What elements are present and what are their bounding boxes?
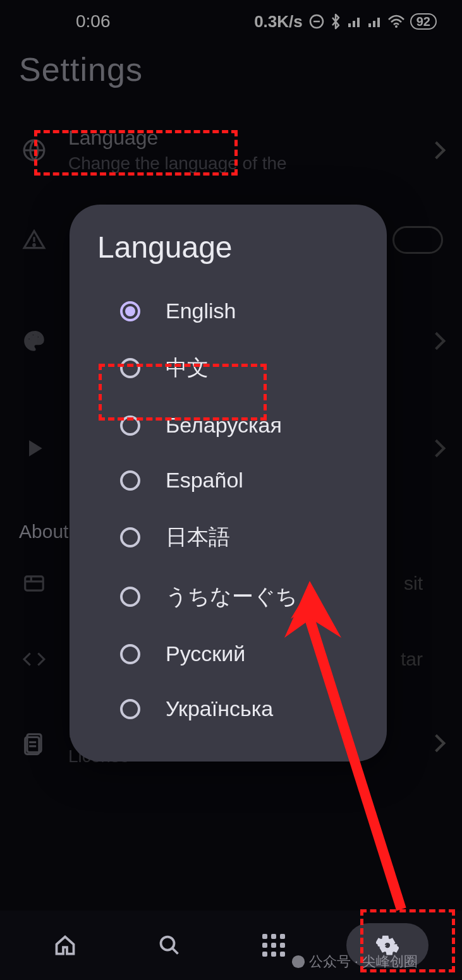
dialog-title: Language <box>88 230 368 284</box>
language-option-label: うちなーぐち <box>166 582 298 611</box>
language-option-6[interactable]: Русский <box>88 626 368 681</box>
radio-icon <box>120 699 140 719</box>
language-option-2[interactable]: Беларуская <box>88 398 368 453</box>
language-option-1[interactable]: 中文 <box>88 338 368 398</box>
language-option-label: 中文 <box>166 354 209 383</box>
language-option-0[interactable]: English <box>88 284 368 338</box>
language-option-4[interactable]: 日本語 <box>88 508 368 567</box>
language-option-label: Русский <box>166 642 245 666</box>
svg-point-21 <box>292 955 305 968</box>
radio-icon <box>120 301 140 321</box>
svg-line-17 <box>172 948 178 954</box>
watermark: 公众号 · 尖峰创圈 <box>291 952 418 971</box>
language-option-label: English <box>166 299 236 323</box>
language-dialog: Language English中文БеларускаяEspañol日本語うち… <box>70 205 387 762</box>
grid-icon <box>262 934 285 957</box>
radio-icon <box>120 415 140 436</box>
radio-icon <box>120 527 140 547</box>
language-option-5[interactable]: うちなーぐち <box>88 567 368 626</box>
radio-icon <box>120 644 140 664</box>
language-option-3[interactable]: Español <box>88 453 368 508</box>
language-option-label: Español <box>166 468 243 493</box>
svg-point-16 <box>161 937 174 950</box>
radio-icon <box>120 358 140 378</box>
language-option-7[interactable]: Українська <box>88 681 368 736</box>
nav-search[interactable] <box>138 923 201 967</box>
language-option-label: Беларуская <box>166 413 282 438</box>
radio-icon <box>120 587 140 607</box>
nav-home[interactable] <box>33 923 97 967</box>
language-option-label: 日本語 <box>166 523 230 552</box>
language-option-label: Українська <box>166 696 273 721</box>
radio-icon <box>120 470 140 491</box>
